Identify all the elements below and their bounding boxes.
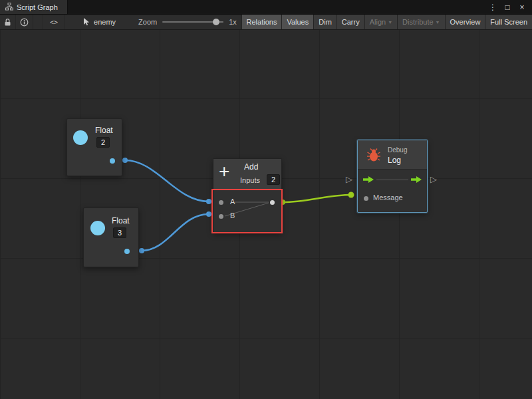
node-title: Float [95, 126, 113, 135]
toolbar-button-group: Relations Values Dim Carry Align▼ Distri… [241, 15, 532, 29]
lock-icon[interactable] [0, 15, 16, 29]
chevron-down-icon: ▼ [436, 20, 440, 25]
output-port-sum[interactable] [270, 200, 275, 205]
tab-script-graph[interactable]: Script Graph [0, 0, 68, 14]
flow-relation-line [376, 180, 408, 180]
float-value-field[interactable]: 3 [113, 227, 126, 238]
graph-toolbar: <> enemy Zoom 1x Relations Values Dim Ca… [0, 15, 532, 30]
script-graph-icon [5, 3, 13, 12]
align-button[interactable]: Align▼ [364, 15, 397, 29]
graph-canvas[interactable]: Float 2 Float 3 + Add Inputs 2 [0, 30, 532, 399]
wire-float1-to-add-a[interactable] [125, 160, 209, 201]
titlebar-controls: ⋮ □ × [487, 0, 532, 14]
message-row: Message [358, 190, 427, 210]
wire-end-dot[interactable] [139, 248, 144, 253]
wire-end-dot[interactable] [348, 192, 354, 198]
values-button[interactable]: Values [281, 15, 313, 29]
add-node-ports: A B [213, 190, 281, 232]
float-output-port[interactable] [110, 158, 115, 164]
debug-log-node[interactable]: Debug Log Message [357, 140, 428, 213]
flow-exit-triangle-icon[interactable]: ▷ [430, 175, 437, 184]
info-icon[interactable] [16, 15, 33, 29]
zoom-control: Zoom 1x [138, 15, 237, 29]
add-icon: + [219, 161, 229, 182]
bug-icon [366, 148, 381, 164]
node-title: Float [112, 216, 130, 225]
graph-name: enemy [94, 18, 116, 26]
port-row-a: A [213, 196, 281, 209]
node-title: Log [388, 156, 401, 165]
pointer-icon [82, 17, 90, 27]
zoom-label: Zoom [138, 18, 157, 26]
float-node-2[interactable]: Float 3 [83, 207, 139, 267]
close-icon[interactable]: × [516, 1, 528, 13]
wire-end-dot[interactable] [122, 158, 128, 163]
wire-add-to-debug-message[interactable] [283, 195, 351, 202]
wire-end-dot[interactable] [206, 211, 211, 217]
input-port-b[interactable] [219, 214, 223, 219]
inputs-count-field[interactable]: 2 [267, 174, 280, 185]
carry-button[interactable]: Carry [336, 15, 364, 29]
message-label: Message [373, 194, 403, 201]
titlebar-spacer [68, 0, 487, 14]
float-node-1[interactable]: Float 2 [66, 118, 122, 176]
zoom-slider-handle[interactable] [213, 19, 219, 25]
title-bar: Script Graph ⋮ □ × [0, 0, 532, 15]
wire-float2-to-add-b[interactable] [142, 214, 209, 251]
flow-output-port[interactable] [411, 176, 422, 184]
zoom-slider[interactable] [162, 21, 223, 23]
overview-button[interactable]: Overview [445, 15, 485, 29]
distribute-button[interactable]: Distribute▼ [397, 15, 444, 29]
debug-node-header: Debug Log [358, 140, 427, 170]
flow-row [358, 170, 427, 190]
node-title: Add [244, 162, 258, 172]
inputs-label: Inputs [240, 176, 260, 184]
maximize-icon[interactable]: □ [501, 1, 513, 13]
float-value-field[interactable]: 2 [96, 137, 110, 148]
node-category: Debug [388, 146, 407, 154]
zoom-value: 1x [229, 18, 237, 26]
flow-entry-triangle-icon[interactable]: ▷ [346, 175, 352, 184]
float-icon [90, 221, 105, 235]
port-label-a: A [230, 198, 235, 205]
port-row-b: B [213, 209, 281, 223]
tab-title: Script Graph [17, 3, 58, 11]
float-output-port[interactable] [124, 249, 130, 254]
float-icon [73, 130, 88, 145]
script-graph-window: Script Graph ⋮ □ × <> [0, 0, 532, 399]
message-input-port[interactable] [364, 196, 368, 201]
add-node-header: + Add Inputs 2 [213, 159, 281, 190]
full-screen-button[interactable]: Full Screen [485, 15, 532, 29]
port-label-b: B [230, 211, 235, 219]
wire-end-dot[interactable] [206, 199, 211, 204]
graph-breadcrumb[interactable]: enemy [82, 15, 116, 29]
window-menu-icon[interactable]: ⋮ [487, 1, 499, 13]
dim-button[interactable]: Dim [313, 15, 336, 29]
add-node[interactable]: + Add Inputs 2 A B [213, 158, 282, 233]
relations-button[interactable]: Relations [241, 15, 282, 29]
flow-input-port[interactable] [363, 176, 374, 184]
input-port-a[interactable] [219, 200, 223, 205]
chevron-down-icon: ▼ [388, 20, 392, 25]
code-preview-icon[interactable]: <> [43, 15, 65, 29]
